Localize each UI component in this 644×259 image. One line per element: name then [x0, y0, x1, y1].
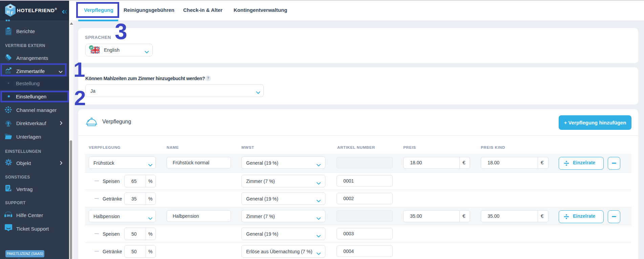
svg-text:F: F — [11, 11, 13, 16]
svg-text:24: 24 — [7, 214, 10, 217]
svg-text:H: H — [7, 10, 10, 15]
